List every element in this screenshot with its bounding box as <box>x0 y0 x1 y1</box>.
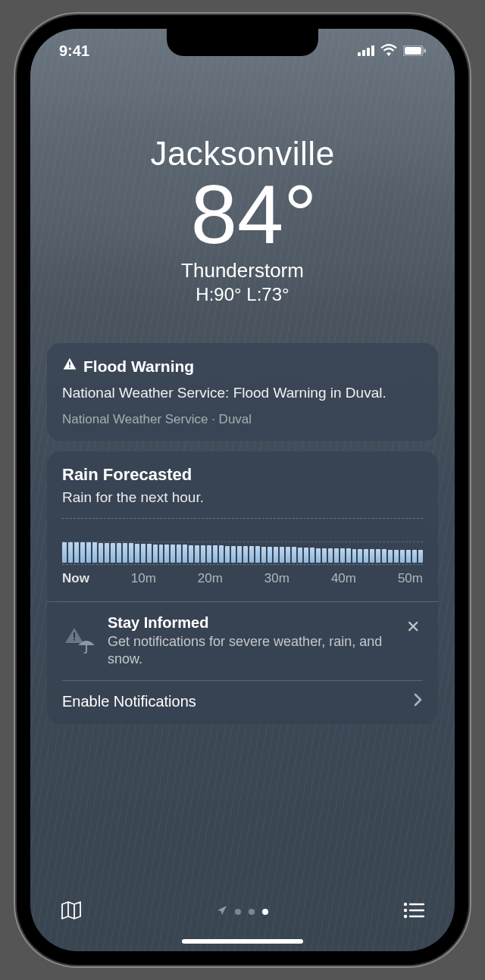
list-button[interactable] <box>399 897 429 926</box>
rain-bar <box>364 549 368 563</box>
page-dot-active <box>262 909 268 915</box>
rain-bar <box>406 550 411 562</box>
rain-bar <box>62 542 67 563</box>
map-icon <box>61 910 82 922</box>
rain-bar <box>382 549 386 562</box>
status-icons <box>358 42 426 60</box>
screen: 9:41 Jacksonville 84° Thunderstorm H:90°… <box>30 29 455 951</box>
page-indicator[interactable] <box>217 905 268 919</box>
svg-rect-5 <box>405 47 421 55</box>
rain-bar <box>346 548 351 562</box>
rain-bar <box>225 546 230 563</box>
rain-bar <box>394 550 399 563</box>
rain-bar <box>292 547 296 562</box>
svg-rect-6 <box>424 48 427 52</box>
rain-bar <box>286 547 290 562</box>
page-dot <box>235 909 241 915</box>
cellular-icon <box>358 42 374 60</box>
rain-bar <box>231 546 236 563</box>
svg-rect-8 <box>69 367 70 368</box>
rain-bar <box>111 543 115 563</box>
rain-bar <box>99 543 103 563</box>
rain-bar <box>177 545 181 563</box>
bottom-toolbar <box>30 889 455 935</box>
rain-label: 10m <box>131 571 156 586</box>
rain-bar <box>123 543 127 562</box>
rain-bar <box>92 542 97 562</box>
rain-bar <box>219 545 224 562</box>
rain-bar <box>412 550 417 562</box>
rain-bar <box>153 545 158 563</box>
rain-bar <box>418 550 423 562</box>
rain-bar <box>358 549 362 563</box>
rain-bar <box>328 548 333 563</box>
stay-informed-icon-wrap <box>62 614 95 669</box>
alert-umbrella-icon <box>64 626 94 657</box>
rain-bar <box>255 546 260 562</box>
wifi-icon <box>380 42 397 60</box>
list-icon <box>403 908 424 921</box>
rain-bar <box>370 549 374 562</box>
location-arrow-icon <box>217 905 227 919</box>
rain-bar <box>376 549 380 562</box>
rain-bar <box>243 546 248 562</box>
rain-bar <box>310 548 314 563</box>
svg-rect-9 <box>74 632 75 638</box>
battery-icon <box>403 42 426 60</box>
rain-label: 40m <box>331 571 356 586</box>
rain-description: Rain for the next hour. <box>62 489 423 506</box>
rain-bar <box>340 548 345 562</box>
svg-rect-1 <box>362 50 365 56</box>
rain-bar <box>304 548 308 563</box>
rain-bar <box>237 546 242 563</box>
svg-point-15 <box>404 909 407 912</box>
rain-bar <box>352 549 357 563</box>
enable-notifications-label: Enable Notifications <box>62 693 196 710</box>
rain-bar <box>164 545 169 563</box>
enable-notifications-button[interactable]: Enable Notifications <box>62 680 423 710</box>
rain-time-labels: Now 10m 20m 30m 40m 50m <box>62 571 423 586</box>
condition-label: Thunderstorm <box>47 259 438 282</box>
alert-title: Flood Warning <box>83 357 194 376</box>
rain-bar <box>147 544 152 563</box>
rain-bar <box>201 545 205 563</box>
stay-informed-text: Stay Informed Get notifications for seve… <box>108 614 423 669</box>
rain-bar <box>213 545 217 562</box>
location-header: Jacksonville 84° Thunderstorm H:90° L:73… <box>47 135 438 305</box>
stay-informed-title: Stay Informed <box>108 614 400 632</box>
rain-bar <box>298 548 302 563</box>
chevron-right-icon <box>414 693 423 710</box>
page-dot <box>249 909 255 915</box>
svg-rect-2 <box>367 48 370 56</box>
rain-bar <box>400 550 405 563</box>
rain-bar <box>195 545 199 563</box>
rain-label: 50m <box>398 571 423 586</box>
stay-informed-row: Stay Informed Get notifications for seve… <box>62 614 423 669</box>
rain-bar <box>249 546 254 562</box>
rain-bar <box>316 548 321 563</box>
alert-source: National Weather Service · Duval <box>62 412 423 427</box>
rain-bar <box>105 543 109 563</box>
rain-bar <box>86 542 91 562</box>
rain-bar <box>80 542 85 562</box>
rain-bar <box>183 545 187 563</box>
status-time: 9:41 <box>59 42 89 60</box>
svg-point-14 <box>404 903 407 906</box>
warning-icon <box>62 357 77 376</box>
svg-rect-0 <box>358 52 361 56</box>
phone-frame: 9:41 Jacksonville 84° Thunderstorm H:90°… <box>17 15 468 965</box>
rain-label: Now <box>62 571 89 586</box>
divider <box>47 601 438 602</box>
home-indicator[interactable] <box>182 939 303 944</box>
rain-bar <box>334 548 339 562</box>
rain-bar <box>68 542 73 563</box>
map-button[interactable] <box>56 896 86 928</box>
rain-bar <box>388 550 393 563</box>
rain-bar <box>207 545 211 562</box>
rain-bar <box>171 545 175 563</box>
dismiss-button[interactable]: ✕ <box>403 614 423 640</box>
svg-point-16 <box>404 915 407 918</box>
cards-container: Flood Warning National Weather Service: … <box>47 343 438 724</box>
rain-bar <box>159 545 164 563</box>
weather-alert-card[interactable]: Flood Warning National Weather Service: … <box>47 343 438 441</box>
